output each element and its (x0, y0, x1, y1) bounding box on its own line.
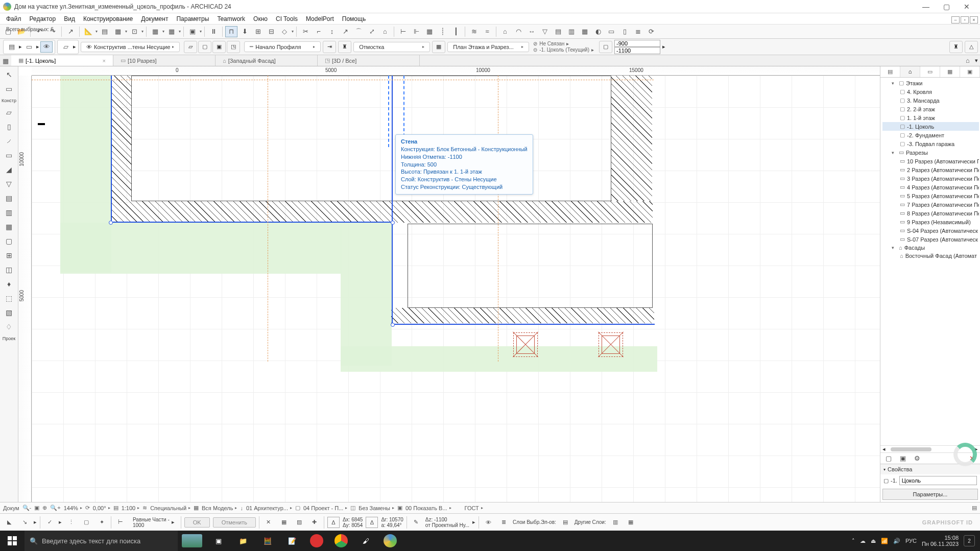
zoom-fit-icon[interactable]: ▣ (34, 505, 39, 511)
graphisoft-id[interactable]: GRAPHISOFT ID (922, 519, 977, 525)
nav-tab-project-icon[interactable]: ⌂ (900, 66, 920, 77)
roof-icon[interactable]: ⌂ (499, 26, 511, 37)
origin-x-icon[interactable]: ✕ (262, 517, 275, 528)
elev-icon[interactable]: ┃ (450, 26, 462, 37)
tree-item[interactable]: ▢1. 1-й этаж (882, 113, 979, 122)
column2-icon[interactable]: ▯ (618, 26, 631, 37)
tray-wifi-icon[interactable]: 📶 (881, 538, 888, 544)
paint-icon[interactable]: 🖌 (353, 531, 378, 551)
window-tool-icon[interactable]: ⊞ (2, 249, 17, 262)
tree-item-selected[interactable]: ▢-1. Цоколь (882, 122, 979, 131)
menu-document[interactable]: Документ (137, 14, 172, 23)
solid-icon[interactable]: ▣ (212, 41, 226, 53)
home-icon[interactable]: ⌂ (379, 26, 391, 37)
dim-icon[interactable]: ⊩ (410, 26, 422, 37)
sel-mode1-icon[interactable]: ▤ (6, 41, 18, 53)
cancel-button[interactable]: Отменить (213, 517, 256, 528)
selected-wall[interactable] (392, 76, 393, 325)
parameters-button[interactable]: Параметры... (882, 489, 978, 500)
edit-handle[interactable] (391, 323, 395, 327)
tab-section[interactable]: ▭ [10 Разрез] (113, 55, 216, 66)
zoom-in-icon[interactable]: 🔍+ (50, 505, 60, 511)
poly-icon[interactable]: ◇ (278, 26, 291, 37)
lock-icon[interactable]: ⊟ (265, 26, 277, 37)
fillet-icon[interactable]: ⌒ (352, 26, 365, 37)
shell-tool-icon[interactable]: ▽ (2, 177, 17, 190)
layer-selector[interactable]: 👁 Конструктив ...тены Несущие ▸ (81, 42, 180, 52)
box-icon[interactable]: ▢ (80, 517, 92, 528)
tray-cloud-icon[interactable]: ☁ (860, 538, 866, 544)
trim-icon[interactable]: ✂ (299, 26, 312, 37)
zone-select[interactable]: Отмостка ▸ (353, 42, 430, 52)
cw-tool-icon[interactable]: ▦ (2, 220, 17, 233)
explorer-icon[interactable]: 📁 (231, 531, 255, 551)
std-select[interactable]: ГОСТ▸ (465, 505, 483, 511)
word-icon[interactable]: 📝 (280, 531, 304, 551)
dots-icon[interactable]: ⋮ (65, 517, 77, 528)
grid-icon[interactable]: ▦ (149, 26, 161, 37)
model-select[interactable]: Вся Модель▸ (202, 505, 237, 511)
divide-icon[interactable]: ⊢ (114, 517, 127, 528)
menu-help[interactable]: Помощь (338, 14, 370, 23)
magnet-icon[interactable]: ⊓ (225, 26, 237, 37)
mdi-min-icon[interactable]: – (951, 16, 960, 23)
level-icon[interactable]: ▽ (539, 26, 551, 37)
ruler-icon[interactable]: ▤ (99, 26, 111, 37)
filter-select[interactable]: Специальный▸ (150, 505, 190, 511)
tab-grid-icon[interactable]: ▦ (0, 55, 11, 66)
archicad-task-icon[interactable] (378, 531, 402, 551)
profile-icon-group[interactable]: ▱▸ (57, 40, 79, 54)
tree-item[interactable]: ▭S-04 Разрез (Автоматическ (882, 226, 979, 235)
door-tool-icon[interactable]: ▢ (2, 234, 17, 248)
guide-icon[interactable]: ▦ (112, 26, 124, 37)
gravity-icon[interactable]: ⬇ (238, 26, 251, 37)
tree-item[interactable]: ▢-2. Фундамент (882, 131, 979, 139)
proj-select[interactable]: 04 Проект - П...▸ (303, 505, 347, 511)
zoom-100-icon[interactable]: ⊕ (42, 505, 47, 511)
tree-group-elevations[interactable]: ▾⌂Фасады (882, 244, 979, 252)
delta-icon[interactable]: Δ (327, 517, 340, 528)
menu-modelport[interactable]: ModelPort (302, 14, 338, 23)
tree-item[interactable]: ▭S-07 Разрез (Автоматическ (882, 235, 979, 244)
tree-item[interactable]: ▭4 Разрез (Автоматически Пе (882, 183, 979, 191)
extrude-icon[interactable]: ▱ (184, 41, 197, 53)
tray-chevron-icon[interactable]: ˄ (852, 538, 855, 544)
proj-icon[interactable]: ▢ (295, 505, 300, 511)
beam-tool-icon[interactable]: ⟋ (2, 134, 17, 148)
menu-edit[interactable]: Редактор (26, 14, 60, 23)
beam-icon[interactable]: ▭ (605, 26, 617, 37)
arrow-tool-icon[interactable]: ↖ (2, 68, 17, 81)
zone-tool-icon[interactable]: ⬚ (2, 292, 17, 305)
property-name-input[interactable] (899, 476, 977, 485)
openbox-icon[interactable]: ◳ (227, 41, 240, 53)
morph-icon[interactable]: ◐ (592, 26, 604, 37)
store-icon[interactable]: 🧮 (255, 531, 280, 551)
stair-icon[interactable]: ▤ (552, 26, 564, 37)
tree-group-sections[interactable]: ▾▭Разрезы (882, 148, 979, 157)
start-button[interactable] (0, 531, 25, 551)
eye-icon[interactable]: 👁 (482, 517, 494, 528)
nav-save-icon[interactable]: ▣ (897, 453, 909, 464)
tab-home-icon[interactable]: ⌂ (962, 55, 974, 66)
minipanel-icon[interactable]: ▤ (972, 505, 977, 511)
tree-item[interactable]: ▭7 Разрез (Автоматически Пе (882, 200, 979, 209)
nav-settings-icon[interactable]: ⚙ (911, 453, 923, 464)
nav-tab-tree-icon[interactable]: ▤ (880, 66, 900, 77)
tree-item[interactable]: ▭3 Разрез (Автоматически Пе (882, 174, 979, 183)
favorite-icon[interactable]: ♜ (949, 41, 963, 53)
edit-origin-icon[interactable]: ⊢ (397, 26, 409, 37)
plan-icon[interactable]: ▦ (432, 41, 445, 53)
roof-tool-icon[interactable]: ◢ (2, 163, 17, 176)
selected-wall[interactable] (111, 76, 112, 223)
origin-grid2-icon[interactable]: ▨ (293, 517, 305, 528)
coord-y-input[interactable] (614, 47, 660, 54)
canvas-area[interactable]: 0 5000 10000 15000 10000 5000 (18, 66, 880, 502)
wave-icon[interactable]: ≋ (468, 26, 480, 37)
railing-icon[interactable]: ▥ (565, 26, 578, 37)
anchor-icon[interactable]: ▢ (599, 41, 612, 53)
measure-icon[interactable]: 📐 (82, 26, 94, 37)
pick-icon[interactable]: ↗ (64, 26, 77, 37)
tree-item[interactable]: ▢-3. Подвал гаража (882, 139, 979, 148)
angle-lock-icon[interactable]: ↘ (18, 517, 31, 528)
filter-icon[interactable]: ≋ (142, 505, 147, 511)
